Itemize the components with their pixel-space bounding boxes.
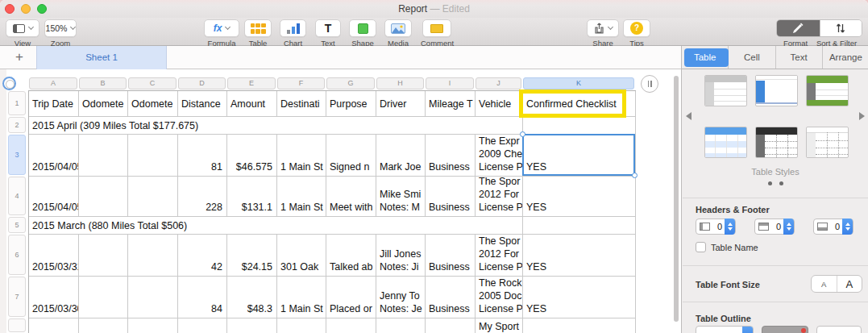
selection-handle-top-left[interactable] — [520, 131, 525, 137]
cell-odometer-end-header[interactable]: Odomete — [128, 91, 178, 117]
cell-empty[interactable] — [128, 318, 178, 333]
format-button[interactable] — [777, 20, 820, 36]
cell-empty[interactable] — [227, 318, 277, 333]
cell-empty[interactable] — [523, 117, 636, 135]
column-header-D[interactable]: D — [178, 77, 226, 89]
column-header-C[interactable]: C — [128, 77, 177, 89]
pager-dot-1[interactable] — [768, 181, 772, 185]
table-style-dark-header[interactable] — [755, 127, 798, 158]
cell-empty[interactable] — [523, 217, 636, 235]
zoom-button[interactable]: 150% — [44, 19, 77, 37]
cell-vehicle-header[interactable]: Vehicle — [476, 91, 523, 117]
increase-font-button[interactable]: A — [837, 276, 862, 292]
cell-vehicle[interactable]: The Expr 2009 Che License P — [476, 135, 523, 177]
cell-purpose[interactable]: Signed n — [326, 135, 376, 177]
insert-text-button[interactable]: T — [315, 19, 341, 37]
cell-driver[interactable]: Mark Joe — [376, 135, 426, 177]
cell-empty[interactable] — [79, 135, 128, 177]
cell-amount[interactable]: $131.1 — [227, 177, 277, 217]
cell-empty[interactable] — [326, 318, 376, 333]
header-rows-stepper[interactable]: 0 — [754, 219, 795, 235]
cell-mileage-type[interactable]: Business — [426, 235, 476, 277]
cell-date[interactable]: 2015/03/31 — [29, 235, 79, 277]
cell-driver[interactable]: Jenny To Notes: Je — [376, 277, 426, 318]
row-header-2[interactable]: 2 — [8, 117, 26, 133]
table-style-blue-header[interactable] — [704, 127, 747, 158]
cell-destination[interactable]: 1 Main St — [277, 135, 326, 177]
cell-mileage-type[interactable]: Business — [426, 277, 476, 318]
cell-empty[interactable] — [128, 277, 178, 318]
column-header-E[interactable]: E — [227, 77, 276, 89]
row-header-1[interactable]: 1 — [8, 91, 26, 115]
styles-next-arrow[interactable] — [859, 112, 865, 120]
cell-april-group[interactable]: 2015 April (309 Miles Total $177.675) — [29, 117, 523, 135]
cell-distance[interactable]: 81 — [178, 135, 227, 177]
table-style-gray[interactable] — [704, 75, 747, 106]
stepper-arrows[interactable] — [842, 219, 853, 235]
cell-empty[interactable] — [128, 235, 178, 277]
cell-distance[interactable]: 228 — [178, 177, 227, 217]
cell-destination-header[interactable]: Destinati — [277, 91, 326, 117]
row-header-6[interactable]: 6 — [8, 235, 26, 275]
add-column-handle[interactable] — [641, 75, 658, 93]
cell-vehicle[interactable]: The Spor 2012 For License P — [476, 177, 523, 217]
outline-style-dropdown[interactable] — [696, 326, 754, 333]
comment-button[interactable] — [422, 19, 451, 37]
cell-distance-header[interactable]: Distance — [178, 91, 227, 117]
cell-destination[interactable]: 1 Main St — [277, 177, 326, 217]
column-header-H[interactable]: H — [376, 77, 424, 89]
cell-trip-date-header[interactable]: Trip Date — [29, 91, 79, 117]
cell-purpose[interactable]: Talked ab — [326, 235, 376, 277]
column-header-K-selected[interactable]: K — [523, 77, 634, 89]
tab-text[interactable]: Text — [775, 46, 822, 69]
pager-dot-2[interactable] — [779, 181, 783, 185]
tips-button[interactable]: ? — [623, 19, 650, 37]
cell-empty[interactable] — [79, 318, 128, 333]
cell-date[interactable]: 2015/04/05 — [29, 177, 79, 217]
cell-distance[interactable]: 84 — [178, 277, 227, 318]
cell-date[interactable]: 2015/04/05 — [29, 135, 79, 177]
formula-button[interactable]: fx — [204, 19, 239, 37]
cell-confirmed[interactable]: YES — [523, 235, 636, 277]
cell-empty[interactable] — [128, 177, 178, 217]
view-button[interactable] — [6, 19, 39, 37]
footer-rows-stepper[interactable]: 0 — [813, 219, 853, 235]
cell-empty[interactable] — [426, 318, 476, 333]
header-columns-stepper[interactable]: 0 — [696, 219, 736, 235]
cell-confirmed[interactable]: YES — [523, 177, 636, 217]
cell-vehicle[interactable]: The Spor 2012 For License P — [476, 235, 523, 277]
table-style-blue-column[interactable] — [755, 75, 798, 106]
cell-empty[interactable] — [79, 235, 128, 277]
insert-shape-button[interactable] — [349, 19, 376, 37]
insert-media-button[interactable] — [384, 19, 412, 37]
cell-purpose-header[interactable]: Purpose — [326, 91, 376, 117]
cell-amount-header[interactable]: Amount — [227, 91, 277, 117]
outline-secondary-control[interactable] — [816, 326, 862, 333]
cell-selection-K3[interactable] — [522, 134, 635, 176]
cell-empty[interactable] — [523, 318, 636, 333]
column-header-B[interactable]: B — [79, 77, 127, 89]
cell-empty[interactable] — [128, 135, 178, 177]
cell-empty[interactable] — [79, 277, 128, 318]
stepper-arrows[interactable] — [725, 219, 735, 235]
row-header-8-partial[interactable] — [8, 318, 26, 332]
column-header-A[interactable]: A — [29, 77, 77, 89]
cell-empty[interactable] — [29, 318, 79, 333]
cell-mileage-type[interactable]: Business — [426, 177, 476, 217]
add-sheet-button[interactable]: + — [10, 48, 29, 66]
table-select-handle[interactable] — [2, 77, 16, 90]
tab-cell[interactable]: Cell — [728, 46, 775, 69]
cell-destination[interactable]: 1 Main St — [277, 277, 326, 318]
row-header-4[interactable]: 4 — [8, 177, 26, 215]
cell-driver[interactable]: Jill Jones Notes: Ji — [376, 235, 426, 277]
cell-mileage-type-header[interactable]: Mileage T — [426, 91, 476, 117]
cell-purpose[interactable]: Meet with — [326, 177, 376, 217]
cell-confirmed[interactable]: YES — [523, 277, 636, 318]
tab-arrange[interactable]: Arrange — [822, 46, 868, 69]
cell-odometer-start-header[interactable]: Odomete — [79, 91, 128, 117]
row-header-7[interactable]: 7 — [8, 277, 26, 317]
cell-mileage-type[interactable]: Business — [426, 135, 476, 177]
cell-empty[interactable] — [277, 318, 326, 333]
selection-handle-bottom-right[interactable] — [632, 173, 638, 178]
cell-march-group[interactable]: 2015 March (880 Miles Total $506) — [29, 217, 523, 235]
